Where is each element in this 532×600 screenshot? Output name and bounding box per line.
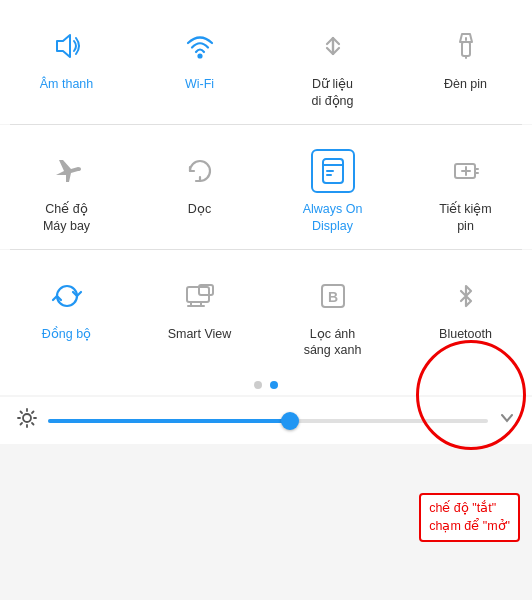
rotate-icon xyxy=(178,149,222,193)
qs-am-thanh-label: Âm thanh xyxy=(40,76,94,93)
quick-settings-row-2: Chế độMáy bay Dọc Always OnDisplay xyxy=(0,125,532,249)
qs-dong-bo[interactable]: Đồng bộ xyxy=(0,260,133,374)
qs-always-on-display[interactable]: Always OnDisplay xyxy=(266,135,399,249)
airplane-icon xyxy=(45,149,89,193)
qs-aod-label: Always OnDisplay xyxy=(303,201,363,235)
svg-point-24 xyxy=(23,414,31,422)
svg-rect-5 xyxy=(462,42,470,56)
qs-du-lieu-label: Dữ liệudi động xyxy=(311,76,353,110)
qs-doc-label: Dọc xyxy=(188,201,211,218)
annotation-line1: chế độ "tắt" xyxy=(429,499,510,518)
svg-point-1 xyxy=(198,55,201,58)
data-icon xyxy=(311,24,355,68)
quick-settings-row-1: Âm thanh Wi-Fi Dữ liệudi động xyxy=(0,0,532,124)
qs-dong-bo-label: Đồng bộ xyxy=(42,326,91,343)
qs-den-pin[interactable]: Đèn pin xyxy=(399,10,532,124)
annotation-tooltip: chế độ "tắt" chạm để "mở" xyxy=(419,493,520,543)
dot-1[interactable] xyxy=(254,381,262,389)
qs-may-bay-label: Chế độMáy bay xyxy=(43,201,90,235)
chevron-down-icon[interactable] xyxy=(498,409,516,432)
qs-che-do-may-bay[interactable]: Chế độMáy bay xyxy=(0,135,133,249)
battery-save-icon xyxy=(444,149,488,193)
qs-tiet-kiem-label: Tiết kiệmpin xyxy=(439,201,491,235)
qs-am-thanh[interactable]: Âm thanh xyxy=(0,10,133,124)
qs-doc[interactable]: Dọc xyxy=(133,135,266,249)
volume-icon xyxy=(45,24,89,68)
wifi-icon xyxy=(178,24,222,68)
brightness-icon xyxy=(16,407,38,434)
bluetooth-icon xyxy=(444,274,488,318)
qs-bluetooth[interactable]: Bluetooth xyxy=(399,260,532,374)
svg-line-31 xyxy=(32,412,34,414)
dot-2[interactable] xyxy=(270,381,278,389)
quick-settings-row-3: Đồng bộ Smart View B Lọc ánhsáng xanh xyxy=(0,250,532,374)
brightness-bar xyxy=(0,397,532,444)
svg-text:B: B xyxy=(327,289,337,305)
svg-marker-0 xyxy=(57,35,70,57)
qs-tiet-kiem-pin[interactable]: Tiết kiệmpin xyxy=(399,135,532,249)
qs-bluetooth-label: Bluetooth xyxy=(439,326,492,343)
qs-smart-view-label: Smart View xyxy=(168,326,232,343)
sync-icon xyxy=(45,274,89,318)
qs-wi-fi[interactable]: Wi-Fi xyxy=(133,10,266,124)
blue-filter-icon: B xyxy=(311,274,355,318)
qs-loc-anh-label: Lọc ánhsáng xanh xyxy=(304,326,362,360)
qs-loc-anh-sang-xanh[interactable]: B Lọc ánhsáng xanh xyxy=(266,260,399,374)
smart-view-icon xyxy=(178,274,222,318)
svg-line-32 xyxy=(21,423,23,425)
brightness-fill xyxy=(48,419,290,423)
qs-wi-fi-label: Wi-Fi xyxy=(185,76,214,93)
svg-line-29 xyxy=(21,412,23,414)
svg-line-30 xyxy=(32,423,34,425)
aod-icon xyxy=(311,149,355,193)
brightness-slider[interactable] xyxy=(48,419,488,423)
brightness-thumb[interactable] xyxy=(281,412,299,430)
qs-du-lieu-di-dong[interactable]: Dữ liệudi động xyxy=(266,10,399,124)
qs-smart-view[interactable]: Smart View xyxy=(133,260,266,374)
annotation-line2: chạm để "mở" xyxy=(429,517,510,536)
qs-den-pin-label: Đèn pin xyxy=(444,76,487,93)
dot-navigation xyxy=(0,373,532,395)
flashlight-icon xyxy=(444,24,488,68)
